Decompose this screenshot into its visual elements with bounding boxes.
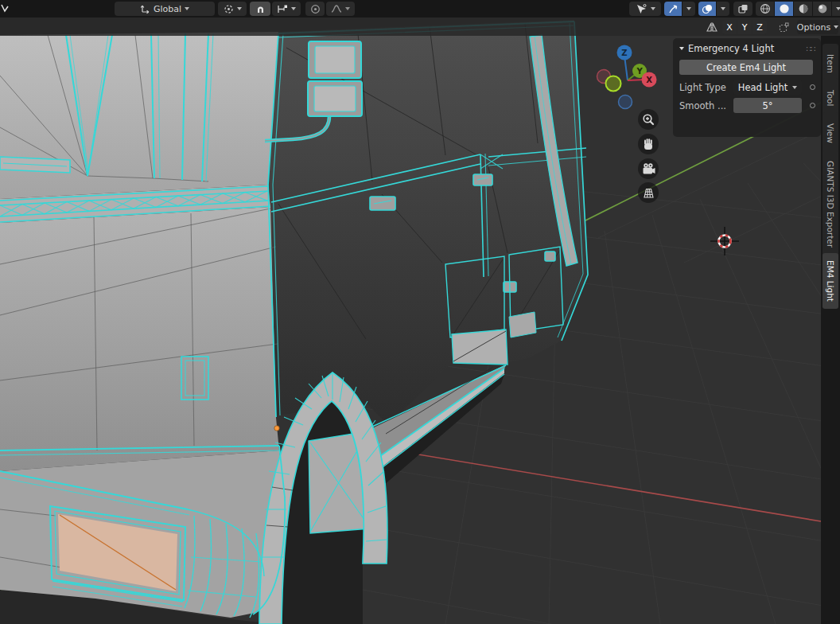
- shading-solid-icon: [779, 3, 790, 14]
- snap-toggle[interactable]: [250, 2, 270, 16]
- smooth-value-field[interactable]: 5°: [733, 98, 802, 113]
- camera-icon: [641, 162, 656, 177]
- snap-target-icon: [277, 4, 288, 14]
- chevron-down-icon: [345, 7, 350, 10]
- object-origin-dot: [274, 426, 279, 431]
- gizmo-z-label: Z: [621, 49, 627, 57]
- tab-em4-light[interactable]: EM4 Light: [822, 253, 838, 309]
- tab-giants-i3d-exporter[interactable]: GIANTS I3D Exporter: [822, 150, 838, 259]
- zoom-icon: [641, 112, 656, 127]
- mirror-toggle[interactable]: [702, 20, 721, 34]
- gizmo-dropdown[interactable]: [682, 2, 695, 16]
- sidebar-tab-strip: Item Tool View GIANTS I3D Exporter EM4 L…: [821, 36, 840, 624]
- mirror-y-button[interactable]: Y: [737, 20, 752, 34]
- falloff-dropdown[interactable]: [326, 2, 355, 16]
- mirror-z-button[interactable]: Z: [752, 20, 767, 34]
- orientation-label: Global: [154, 4, 181, 14]
- mirror-x-icon: [706, 21, 718, 33]
- gizmo-y-label: Y: [636, 67, 643, 76]
- chevron-down-icon: [291, 7, 296, 10]
- mirror-axis-buttons: X Y Z: [722, 20, 767, 34]
- light-type-dropdown[interactable]: Head Light: [733, 80, 802, 95]
- panel-header[interactable]: Emergency 4 Light ∷∷: [673, 38, 821, 57]
- shading-material[interactable]: [794, 2, 812, 16]
- animate-dot[interactable]: [810, 84, 815, 90]
- chevron-down-icon: [651, 7, 655, 10]
- gizmo-toggle-group: [664, 2, 695, 16]
- xray-toggle[interactable]: [733, 2, 752, 16]
- object-visibility-dropdown[interactable]: [629, 2, 661, 16]
- smooth-row: Smooth ... 5°: [679, 98, 816, 113]
- create-em4-light-button[interactable]: Create Em4 Light: [679, 60, 813, 75]
- overlays-toggle-group: [698, 2, 729, 16]
- axis-neg-z[interactable]: [619, 96, 632, 109]
- pivot-point-dropdown[interactable]: [218, 2, 247, 16]
- snap-target-dropdown[interactable]: [272, 2, 301, 16]
- chevron-down-icon: [792, 86, 797, 89]
- camera-view-button[interactable]: [638, 158, 659, 179]
- zoom-button[interactable]: [638, 109, 659, 130]
- object-visibility-icon: [636, 3, 648, 14]
- shading-wireframe[interactable]: [756, 2, 774, 16]
- pan-button[interactable]: [638, 134, 659, 154]
- chevron-down-icon: [834, 25, 838, 29]
- snap-magnet-icon: [255, 4, 266, 14]
- blender-window: Z Y X: [0, 0, 840, 624]
- pivot-point-icon: [224, 4, 234, 14]
- view-axis-gizmo[interactable]: Z Y X: [593, 41, 664, 113]
- xray-toggle-icon: [737, 3, 749, 14]
- shading-dropdown[interactable]: [832, 2, 840, 16]
- panel-title: Emergency 4 Light: [688, 43, 774, 54]
- light-type-label: Light Type: [679, 82, 729, 93]
- options-dropdown[interactable]: Options: [797, 20, 838, 34]
- viewport-header: Global: [0, 0, 840, 18]
- overlays-toggle[interactable]: [698, 2, 716, 16]
- shading-rendered-icon: [817, 3, 828, 14]
- transform-orientation-dropdown[interactable]: Global: [115, 2, 215, 16]
- options-label: Options: [797, 22, 830, 33]
- gizmo-x-label: X: [646, 76, 652, 84]
- mirror-x-button[interactable]: X: [722, 20, 737, 34]
- proportional-editing-icon: [310, 4, 321, 14]
- animate-dot[interactable]: [810, 103, 815, 108]
- hand-icon: [641, 137, 655, 151]
- shading-solid[interactable]: [775, 2, 793, 16]
- shading-material-icon: [798, 3, 809, 14]
- proportional-editing-toggle[interactable]: [305, 2, 325, 16]
- snap-individual-icon: [778, 21, 790, 33]
- chevron-down-icon: [185, 7, 189, 10]
- shading-mode-group: [756, 2, 840, 16]
- tab-view[interactable]: View: [822, 112, 838, 154]
- perspective-toggle-button[interactable]: [638, 182, 659, 203]
- falloff-curve-icon: [331, 4, 342, 14]
- editor-type-icon[interactable]: [0, 2, 10, 16]
- chevron-down-icon: [237, 7, 242, 10]
- gizmo-toggle-icon: [668, 4, 679, 14]
- transform-orientation-icon: [140, 4, 150, 14]
- snap-individual-toggle[interactable]: [773, 20, 794, 34]
- axis-neg-y[interactable]: [606, 76, 621, 92]
- light-type-row: Light Type Head Light: [679, 80, 816, 95]
- tool-settings-bar: X Y Z Options: [0, 18, 840, 36]
- perspective-grid-icon: [641, 185, 656, 201]
- shading-rendered[interactable]: [813, 2, 831, 16]
- overlays-dropdown[interactable]: [717, 2, 729, 16]
- overlays-toggle-icon: [702, 4, 713, 14]
- panel-drag-handle-icon[interactable]: ∷∷: [806, 45, 815, 53]
- shading-wireframe-icon: [760, 3, 771, 14]
- sidebar-panel-em4-light: Emergency 4 Light ∷∷ Create Em4 Light Li…: [673, 38, 821, 137]
- smooth-label: Smooth ...: [679, 100, 729, 111]
- gizmo-toggle[interactable]: [664, 2, 682, 16]
- panel-collapse-icon: [679, 47, 684, 50]
